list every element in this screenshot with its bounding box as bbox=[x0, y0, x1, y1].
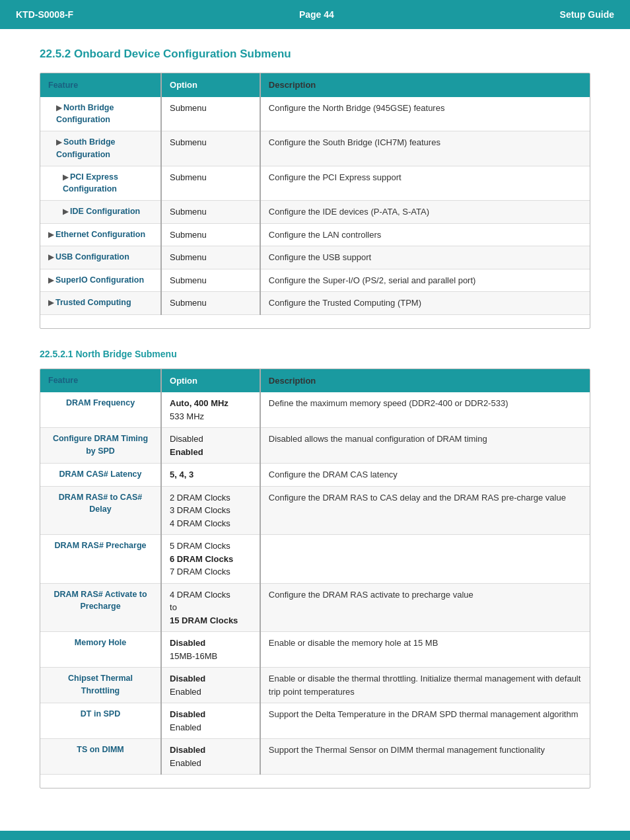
table1-col-option: Option bbox=[161, 73, 260, 97]
feature-cell: DRAM RAS# Precharge bbox=[40, 535, 161, 584]
desc-cell: Configure the DRAM RAS to CAS delay and … bbox=[260, 486, 590, 535]
header-bar: KTD-S0008-F Page 44 Setup Guide bbox=[0, 0, 630, 29]
desc-cell: Support the Delta Temperature in the DRA… bbox=[260, 703, 590, 739]
feature-cell: ▶SuperIO Configuration bbox=[40, 269, 161, 292]
table-row: DRAM RAS# Activate to Precharge4 DRAM Cl… bbox=[40, 583, 590, 632]
desc-cell: Support the Thermal Sensor on DIMM therm… bbox=[260, 739, 590, 775]
footer-bar: JRexplus-DC User's Guide bbox=[0, 831, 630, 840]
desc-cell: Configure the USB support bbox=[260, 246, 590, 269]
option-cell: DisabledEnabled bbox=[161, 703, 260, 739]
desc-cell: Define the maximum memory speed (DDR2-40… bbox=[260, 392, 590, 428]
option-cell: Submenu bbox=[161, 223, 260, 246]
feature-cell: ▶Ethernet Configuration bbox=[40, 223, 161, 246]
feature-cell: Chipset Thermal Throttling bbox=[40, 668, 161, 703]
table-row: ▶South Bridge ConfigurationSubmenuConfig… bbox=[40, 131, 590, 166]
feature-cell: ▶USB Configuration bbox=[40, 246, 161, 269]
table-row: ▶SuperIO ConfigurationSubmenuConfigure t… bbox=[40, 269, 590, 292]
desc-cell: Disabled allows the manual configuration… bbox=[260, 428, 590, 464]
feature-cell: DRAM RAS# Activate to Precharge bbox=[40, 583, 161, 632]
arrow-icon: ▶ bbox=[48, 230, 53, 238]
option-cell: Submenu bbox=[161, 201, 260, 224]
desc-cell: Configure the Super-I/O (PS/2, serial an… bbox=[260, 269, 590, 292]
feature-cell: DT in SPD bbox=[40, 703, 161, 739]
arrow-icon: ▶ bbox=[48, 298, 53, 306]
option-cell: Submenu bbox=[161, 166, 260, 201]
option-cell: Submenu bbox=[161, 292, 260, 315]
table-row: ▶IDE ConfigurationSubmenuConfigure the I… bbox=[40, 201, 590, 224]
table-row: ▶North Bridge ConfigurationSubmenuConfig… bbox=[40, 97, 590, 131]
desc-cell: Configure the North Bridge (945GSE) feat… bbox=[260, 97, 590, 131]
desc-cell: Configure the DRAM RAS activate to prech… bbox=[260, 583, 590, 632]
desc-cell: Configure the Trusted Computing (TPM) bbox=[260, 292, 590, 315]
option-cell: Auto, 400 MHz533 MHz bbox=[161, 392, 260, 428]
feature-cell: ▶IDE Configuration bbox=[40, 201, 161, 224]
option-cell: Submenu bbox=[161, 269, 260, 292]
table-onboard-device: Feature Option Description ▶North Bridge… bbox=[40, 73, 590, 329]
table-row: DRAM RAS# to CAS# Delay2 DRAM Clocks3 DR… bbox=[40, 486, 590, 535]
table-row: Memory HoleDisabled15MB-16MBEnable or di… bbox=[40, 632, 590, 668]
table-row: ▶USB ConfigurationSubmenuConfigure the U… bbox=[40, 246, 590, 269]
option-cell: Disabled15MB-16MB bbox=[161, 632, 260, 668]
table-row: Configure DRAM Timing by SPDDisabledEnab… bbox=[40, 428, 590, 464]
feature-cell: TS on DIMM bbox=[40, 739, 161, 775]
table-row: DRAM FrequencyAuto, 400 MHz533 MHzDefine… bbox=[40, 392, 590, 428]
main-content: 22.5.2 Onboard Device Configuration Subm… bbox=[0, 29, 630, 840]
table1-col-feature: Feature bbox=[40, 73, 161, 97]
table-row: DRAM RAS# Precharge5 DRAM Clocks6 DRAM C… bbox=[40, 535, 590, 584]
feature-cell: ▶PCI Express Configuration bbox=[40, 166, 161, 201]
table2-col-option: Option bbox=[161, 369, 260, 393]
option-cell: DisabledEnabled bbox=[161, 739, 260, 775]
option-cell: DisabledEnabled bbox=[161, 668, 260, 703]
header-center: Page 44 bbox=[299, 9, 334, 20]
option-cell: 2 DRAM Clocks3 DRAM Clocks4 DRAM Clocks bbox=[161, 486, 260, 535]
option-cell: 5, 4, 3 bbox=[161, 464, 260, 487]
table2-col-desc: Description bbox=[260, 369, 590, 393]
table-row: DRAM CAS# Latency5, 4, 3Configure the DR… bbox=[40, 464, 590, 487]
arrow-icon: ▶ bbox=[63, 173, 68, 181]
header-left: KTD-S0008-F bbox=[16, 9, 73, 20]
feature-cell: ▶North Bridge Configuration bbox=[40, 97, 161, 131]
desc-cell: Configure the PCI Express support bbox=[260, 166, 590, 201]
desc-cell: Configure the LAN controllers bbox=[260, 223, 590, 246]
table-row: ▶PCI Express ConfigurationSubmenuConfigu… bbox=[40, 166, 590, 201]
desc-cell bbox=[260, 535, 590, 584]
desc-cell: Enable or disable the thermal throttling… bbox=[260, 668, 590, 703]
table-north-bridge: Feature Option Description DRAM Frequenc… bbox=[40, 368, 590, 789]
table-row: TS on DIMMDisabledEnabledSupport the The… bbox=[40, 739, 590, 775]
feature-cell: ▶Trusted Computing bbox=[40, 292, 161, 315]
desc-cell: Configure the IDE devices (P-ATA, S-ATA) bbox=[260, 201, 590, 224]
arrow-icon: ▶ bbox=[56, 138, 61, 146]
table1-header-row: Feature Option Description bbox=[40, 73, 590, 97]
desc-cell: Configure the South Bridge (ICH7M) featu… bbox=[260, 131, 590, 166]
feature-cell: DRAM Frequency bbox=[40, 392, 161, 428]
desc-cell: Configure the DRAM CAS latency bbox=[260, 464, 590, 487]
table1-col-desc: Description bbox=[260, 73, 590, 97]
desc-cell: Enable or disable the memory hole at 15 … bbox=[260, 632, 590, 668]
option-cell: Submenu bbox=[161, 246, 260, 269]
table-row: Chipset Thermal ThrottlingDisabledEnable… bbox=[40, 668, 590, 703]
table-row: DT in SPDDisabledEnabledSupport the Delt… bbox=[40, 703, 590, 739]
arrow-icon: ▶ bbox=[48, 276, 53, 284]
table-row: ▶Trusted ComputingSubmenuConfigure the T… bbox=[40, 292, 590, 315]
option-cell: Submenu bbox=[161, 131, 260, 166]
option-cell: Submenu bbox=[161, 97, 260, 131]
feature-cell: ▶South Bridge Configuration bbox=[40, 131, 161, 166]
arrow-icon: ▶ bbox=[56, 104, 61, 112]
table-row: ▶Ethernet ConfigurationSubmenuConfigure … bbox=[40, 223, 590, 246]
section-title-2: 22.5.2.1 North Bridge Submenu bbox=[40, 349, 590, 359]
feature-cell: Configure DRAM Timing by SPD bbox=[40, 428, 161, 464]
header-right: Setup Guide bbox=[560, 9, 614, 20]
arrow-icon: ▶ bbox=[63, 207, 68, 215]
feature-cell: DRAM RAS# to CAS# Delay bbox=[40, 486, 161, 535]
table2-col-feature: Feature bbox=[40, 369, 161, 393]
feature-cell: Memory Hole bbox=[40, 632, 161, 668]
option-cell: 4 DRAM Clocksto15 DRAM Clocks bbox=[161, 583, 260, 632]
arrow-icon: ▶ bbox=[48, 253, 53, 261]
table2-header-row: Feature Option Description bbox=[40, 369, 590, 393]
option-cell: DisabledEnabled bbox=[161, 428, 260, 464]
section-title-1: 22.5.2 Onboard Device Configuration Subm… bbox=[40, 48, 590, 61]
option-cell: 5 DRAM Clocks6 DRAM Clocks7 DRAM Clocks bbox=[161, 535, 260, 584]
feature-cell: DRAM CAS# Latency bbox=[40, 464, 161, 487]
